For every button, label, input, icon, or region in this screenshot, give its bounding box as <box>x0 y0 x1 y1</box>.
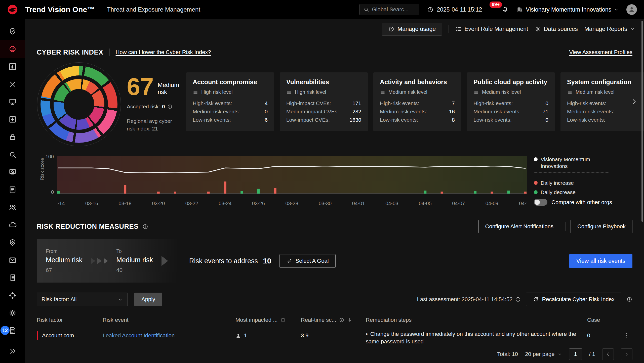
sidebar-item-expand-sidebar[interactable] <box>0 342 25 360</box>
risk-events-table: Risk factor Risk event Most impacted ...… <box>37 313 632 344</box>
decrease-legend-dot <box>534 190 538 194</box>
info-icon[interactable] <box>339 317 344 323</box>
risk-level-bars-icon <box>286 89 292 95</box>
info-icon[interactable] <box>626 296 632 302</box>
configure-playbook-button[interactable]: Configure Playbook <box>571 220 632 233</box>
swap-icon <box>286 258 292 264</box>
mail-icon <box>8 256 17 264</box>
sidebar-item-attack-surface[interactable] <box>0 287 25 304</box>
sidebar-item-search[interactable] <box>0 146 25 163</box>
apply-button[interactable]: Apply <box>134 293 162 306</box>
event-rule-management-button[interactable]: Event Rule Management <box>455 26 528 32</box>
y-tick-max: 100 <box>46 154 54 160</box>
page-number-input[interactable] <box>569 348 582 360</box>
card-risk-level: Medium risk level <box>567 89 642 95</box>
from-column: From Medium risk 67 <box>46 248 83 274</box>
toolbar-separator <box>449 25 449 33</box>
sidebar-item-threat-intelligence[interactable] <box>0 181 25 199</box>
datetime-text: 2025-04-11 15:12 <box>437 6 482 13</box>
sidebar-item-administration[interactable] <box>0 304 25 322</box>
per-page-dropdown[interactable]: 20 per page <box>525 351 562 357</box>
global-search[interactable] <box>359 4 419 15</box>
risk-event-link[interactable]: Leaked Account Identification <box>103 332 175 339</box>
remediation-cell: •Change the password immediately on this… <box>366 327 587 344</box>
configure-alert-notifications-button[interactable]: Configure Alert Notifications <box>478 220 560 233</box>
svg-text:04-03: 04-03 <box>385 201 398 206</box>
risk-factor-card[interactable]: Activity and behaviorsMedium risk levelH… <box>373 72 461 131</box>
bell-icon[interactable] <box>502 6 509 13</box>
view-assessment-profiles-link[interactable]: View Assessment Profiles <box>569 49 632 56</box>
left-nav-sidebar: 12 <box>0 19 25 363</box>
y-axis-label: Risk score <box>39 158 45 180</box>
col-most-impacted[interactable]: Most impacted ... <box>235 317 301 323</box>
card-stat-row: Medium-impact CVEs:282 <box>286 107 361 116</box>
col-remediation-steps[interactable]: Remediation steps <box>366 317 587 323</box>
card-stat-row: Low-risk events:6 <box>193 116 268 124</box>
sort-descending-icon[interactable] <box>347 317 352 323</box>
sidebar-item-dashboards[interactable] <box>0 58 25 75</box>
sidebar-item-cyber-risk-index[interactable] <box>0 40 25 58</box>
compare-orgs-toggle[interactable] <box>534 199 547 206</box>
col-risk-event[interactable]: Risk event <box>103 317 235 323</box>
sidebar-item-audit-logs[interactable]: 12 <box>0 322 25 339</box>
chevron-right-icon <box>630 98 638 106</box>
info-icon[interactable] <box>142 223 148 230</box>
col-risk-factor[interactable]: Risk factor <box>37 317 103 323</box>
risk-factor-cell: Account com... <box>37 331 103 340</box>
risk-factor-card[interactable]: Account compromiseHigh risk levelHigh-ri… <box>186 72 274 131</box>
info-icon[interactable] <box>515 296 521 302</box>
svg-text:04-07: 04-07 <box>452 201 465 206</box>
sidebar-item-threat-hunting[interactable] <box>0 163 25 181</box>
notifications[interactable]: 99+ <box>490 6 509 14</box>
sidebar-item-response[interactable] <box>0 111 25 128</box>
manage-usage-button[interactable]: Manage usage <box>382 23 442 35</box>
manage-reports-dropdown[interactable]: Manage Reports <box>584 26 635 32</box>
next-page-button[interactable] <box>621 348 632 360</box>
sidebar-item-endpoint-security[interactable] <box>0 234 25 251</box>
sidebar-item-workbench[interactable] <box>0 93 25 111</box>
svg-text:03-18: 03-18 <box>119 201 132 206</box>
view-all-risk-events-button[interactable]: View all risk events <box>569 254 632 268</box>
info-icon[interactable] <box>167 104 173 109</box>
person-icon <box>235 333 241 339</box>
risk-factor-filter-dropdown[interactable]: Risk factor: All <box>37 293 128 306</box>
from-score: 67 <box>46 267 83 274</box>
total-count: Total: 10 <box>497 351 518 357</box>
card-title: Vulnerabilities <box>286 78 361 86</box>
lower-cri-link[interactable]: How can I lower the Cyber Risk Index? <box>116 49 211 56</box>
sidebar-item-identity-security[interactable] <box>0 199 25 216</box>
page-scrollbar[interactable] <box>641 21 643 222</box>
trend-micro-logo[interactable] <box>0 4 25 15</box>
row-actions-menu-button[interactable] <box>620 332 632 339</box>
card-stat-row: High-risk events:0 <box>473 99 548 107</box>
user-avatar[interactable] <box>626 4 637 15</box>
title-divider <box>101 5 101 14</box>
risk-factor-card[interactable]: Public cloud app activityMedium risk lev… <box>467 72 555 131</box>
sidebar-item-risk-management[interactable] <box>0 128 25 146</box>
gear-icon <box>8 309 17 317</box>
risk-factor-card[interactable]: VulnerabilitiesHigh risk levelHigh-impac… <box>280 72 368 131</box>
sidebar-item-reports[interactable] <box>0 269 25 287</box>
info-icon[interactable] <box>280 317 286 323</box>
svg-text:03-22: 03-22 <box>185 201 198 206</box>
col-case[interactable]: Case <box>587 317 620 323</box>
chevron-down-icon <box>557 352 562 357</box>
y-axis: Risk score 100 0 <box>37 156 57 194</box>
recalculate-cri-button[interactable]: Recalculate Cyber Risk Index <box>526 293 621 306</box>
xdr-icon <box>8 80 17 88</box>
org-switcher[interactable]: Visionary Momentum Innovations <box>516 6 619 13</box>
sidebar-item-cloud-security[interactable] <box>0 216 25 234</box>
sidebar-item-xdr[interactable] <box>0 75 25 93</box>
global-search-input[interactable] <box>372 6 416 13</box>
col-real-time-score[interactable]: Real-time sc... <box>301 317 366 323</box>
previous-page-button[interactable] <box>602 348 614 360</box>
sidebar-item-security-overview[interactable] <box>0 23 25 40</box>
risk-level-bars-icon <box>567 89 573 95</box>
select-goal-button[interactable]: Select A Goal <box>279 254 336 268</box>
sidebar-item-email-security[interactable] <box>0 251 25 269</box>
big-arrow <box>162 256 168 266</box>
book-icon <box>8 186 17 194</box>
cards-scroll-next-button[interactable] <box>630 98 638 107</box>
data-sources-button[interactable]: Data sources <box>535 26 578 32</box>
page-toolbar: Manage usage Event Rule Management Data … <box>25 19 644 39</box>
